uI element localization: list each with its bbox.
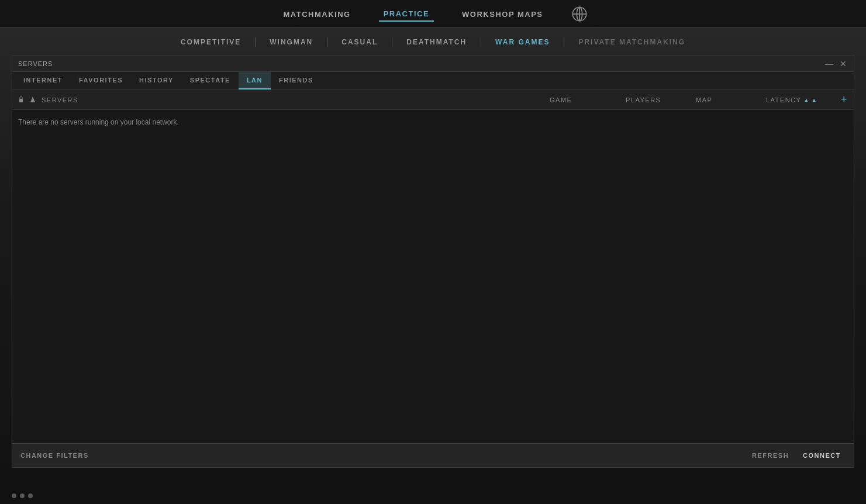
steam-icon-dot-3 — [28, 493, 33, 498]
col-players-header[interactable]: PLAYERS — [626, 96, 696, 103]
no-servers-message: There are no servers running on your loc… — [18, 116, 848, 129]
nav-item-competitive[interactable]: COMPETITIVE — [169, 36, 253, 49]
tab-friends[interactable]: FRIENDS — [271, 72, 322, 89]
main-content: Servers — ✕ INTERNET FAVORITES HISTORY S… — [0, 56, 866, 468]
nav-separator-2 — [327, 37, 327, 47]
second-nav: COMPETITIVE WINGMAN CASUAL DEATHMATCH WA… — [0, 27, 866, 56]
nav-item-war-games[interactable]: WAR GAMES — [484, 36, 561, 49]
svg-rect-4 — [19, 99, 23, 102]
tab-internet[interactable]: INTERNET — [15, 72, 71, 89]
nav-item-matchmaking[interactable]: MATCHMAKING — [278, 8, 355, 21]
col-lock-icon — [18, 96, 30, 104]
bottom-right-buttons: REFRESH CONNECT — [747, 450, 846, 461]
nav-item-casual[interactable]: CASUAL — [330, 36, 389, 49]
connect-button[interactable]: CONNECT — [798, 450, 846, 461]
nav-item-practice[interactable]: PRACTICE — [379, 7, 434, 22]
steam-icon-dot-1 — [12, 493, 16, 498]
nav-separator-4 — [481, 37, 481, 47]
top-nav: MATCHMAKING PRACTICE WORKSHOP MAPS — [0, 0, 866, 27]
tab-history[interactable]: HISTORY — [131, 72, 182, 89]
server-list: There are no servers running on your loc… — [12, 110, 854, 443]
tab-bar: INTERNET FAVORITES HISTORY SPECTATE LAN … — [12, 72, 854, 90]
sort-arrow-icon: ▲ — [803, 97, 817, 103]
change-filters-button[interactable]: CHANGE FILTERS — [20, 452, 89, 459]
close-button[interactable]: ✕ — [839, 59, 848, 68]
nav-separator-1 — [255, 37, 256, 47]
col-servers-header[interactable]: SERVERS — [42, 96, 550, 103]
steam-icon-dot-2 — [20, 493, 25, 498]
titlebar-controls: — ✕ — [824, 59, 848, 68]
tab-favorites[interactable]: FAVORITES — [71, 72, 131, 89]
refresh-button[interactable]: REFRESH — [747, 450, 793, 461]
col-game-header[interactable]: GAME — [550, 96, 626, 103]
col-latency-header[interactable]: LATENCY ▲ — [766, 96, 836, 103]
svg-marker-5 — [30, 96, 35, 102]
bottom-bar: CHANGE FILTERS REFRESH CONNECT — [12, 443, 854, 467]
tab-spectate[interactable]: SPECTATE — [182, 72, 239, 89]
nav-item-private-matchmaking[interactable]: PRIVATE MATCHMAKING — [567, 36, 697, 49]
server-browser-titlebar: Servers — ✕ — [12, 56, 854, 72]
steam-icons — [12, 493, 33, 498]
nav-item-workshop-maps[interactable]: WORKSHOP MAPS — [457, 8, 547, 21]
nav-separator-5 — [564, 37, 564, 47]
tab-lan[interactable]: LAN — [239, 72, 271, 89]
table-header: SERVERS GAME PLAYERS MAP LATENCY ▲ + — [12, 90, 854, 110]
col-boost-icon — [30, 96, 42, 104]
nav-item-deathmatch[interactable]: DEATHMATCH — [395, 36, 478, 49]
globe-icon[interactable] — [571, 6, 588, 22]
nav-separator-3 — [392, 37, 392, 47]
nav-item-wingman[interactable]: WINGMAN — [258, 36, 325, 49]
col-map-header[interactable]: MAP — [696, 96, 766, 103]
server-browser-title: Servers — [18, 60, 53, 67]
minimize-button[interactable]: — — [824, 59, 834, 68]
server-browser: Servers — ✕ INTERNET FAVORITES HISTORY S… — [12, 56, 854, 468]
add-server-button[interactable]: + — [841, 94, 848, 106]
